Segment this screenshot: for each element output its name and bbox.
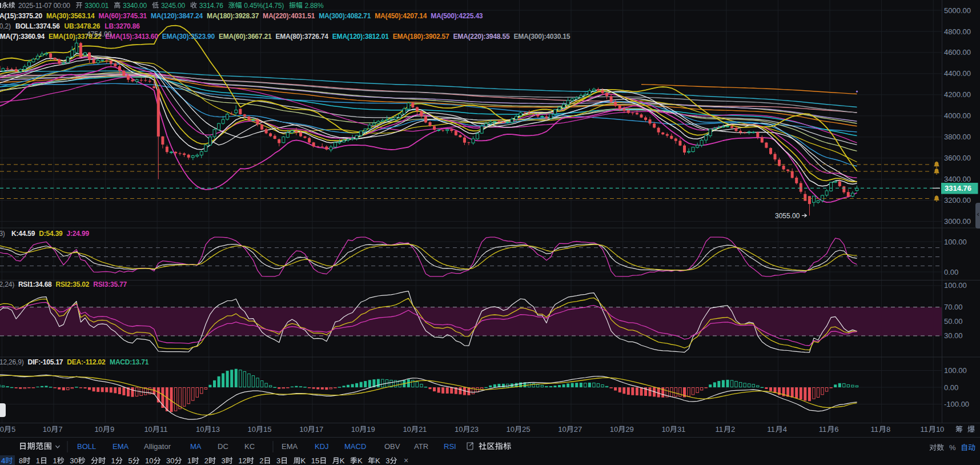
svg-text:K: K bbox=[358, 456, 363, 465]
svg-text:23: 23 bbox=[471, 425, 479, 434]
svg-text:3800.00: 3800.00 bbox=[944, 133, 971, 141]
svg-text:11: 11 bbox=[920, 425, 928, 434]
svg-text:KDJ: KDJ bbox=[315, 442, 329, 451]
svg-text:LB:3270.86: LB:3270.86 bbox=[105, 22, 140, 30]
svg-text:10: 10 bbox=[196, 425, 204, 434]
svg-text:0.45%(14.75): 0.45%(14.75) bbox=[244, 2, 284, 10]
svg-text:10: 10 bbox=[145, 456, 153, 465]
svg-text:25: 25 bbox=[522, 425, 530, 434]
svg-text:MACD:13.71: MACD:13.71 bbox=[110, 358, 149, 366]
svg-text:10: 10 bbox=[43, 425, 51, 434]
svg-text:%: % bbox=[949, 443, 956, 452]
svg-text:DEA:-112.02: DEA:-112.02 bbox=[67, 358, 106, 366]
svg-text:2: 2 bbox=[731, 425, 735, 434]
svg-text:2.88%: 2.88% bbox=[305, 2, 324, 10]
svg-text:15: 15 bbox=[311, 456, 319, 465]
svg-text:K: K bbox=[340, 456, 345, 465]
svg-text:EMA: EMA bbox=[113, 442, 129, 451]
svg-text:13: 13 bbox=[212, 425, 220, 434]
svg-text:EMA(80):3726.74: EMA(80):3726.74 bbox=[275, 33, 328, 41]
svg-text:31: 31 bbox=[677, 425, 685, 434]
svg-text:10: 10 bbox=[936, 425, 944, 434]
svg-text:11: 11 bbox=[160, 425, 168, 434]
svg-text:30: 30 bbox=[70, 456, 78, 465]
svg-text:MA: MA bbox=[190, 442, 202, 451]
svg-text:3: 3 bbox=[222, 456, 226, 465]
svg-text:5: 5 bbox=[11, 425, 15, 434]
svg-text:MACD: MACD bbox=[344, 442, 366, 451]
svg-text:4: 4 bbox=[783, 425, 787, 434]
svg-text:3300.01: 3300.01 bbox=[85, 2, 109, 10]
svg-text:BOLL(20,2): BOLL(20,2) bbox=[0, 22, 11, 30]
svg-text:30: 30 bbox=[166, 456, 174, 465]
svg-text:21: 21 bbox=[419, 425, 427, 434]
svg-text:K: K bbox=[375, 456, 380, 465]
svg-text:MA(500):4225.43: MA(500):4225.43 bbox=[431, 12, 483, 20]
svg-text:10: 10 bbox=[403, 425, 411, 434]
svg-text:×: × bbox=[404, 456, 408, 465]
svg-text:10: 10 bbox=[94, 425, 102, 434]
svg-text:3340.00: 3340.00 bbox=[123, 2, 147, 10]
svg-text:KDJ(9,3,3): KDJ(9,3,3) bbox=[0, 230, 5, 238]
svg-text:10: 10 bbox=[0, 425, 4, 434]
svg-text:4000.00: 4000.00 bbox=[944, 111, 971, 120]
svg-text:4200.00: 4200.00 bbox=[944, 90, 971, 99]
svg-text:27: 27 bbox=[574, 425, 582, 434]
svg-text:RSI(6,12,24): RSI(6,12,24) bbox=[0, 280, 14, 288]
svg-text:ATR: ATR bbox=[414, 442, 428, 451]
svg-text:MA(120):3847.24: MA(120):3847.24 bbox=[151, 12, 203, 20]
svg-text:3: 3 bbox=[276, 456, 280, 465]
svg-text:100.00: 100.00 bbox=[944, 281, 967, 290]
svg-text:3600.00: 3600.00 bbox=[944, 154, 971, 162]
svg-text:RSI1:34.68: RSI1:34.68 bbox=[18, 280, 52, 288]
svg-text:MA(15):3375.20: MA(15):3375.20 bbox=[0, 12, 42, 20]
svg-text:10: 10 bbox=[248, 425, 256, 434]
svg-text:MA(180):3928.37: MA(180):3928.37 bbox=[207, 12, 259, 20]
svg-text:5000.00: 5000.00 bbox=[944, 6, 971, 15]
svg-text:50.00: 50.00 bbox=[944, 317, 963, 326]
svg-text:0.00: 0.00 bbox=[944, 383, 958, 392]
svg-text:MA(450):4207.14: MA(450):4207.14 bbox=[375, 12, 427, 20]
svg-text:1: 1 bbox=[36, 456, 40, 465]
svg-text:K:44.59: K:44.59 bbox=[11, 230, 35, 238]
svg-text:4400.00: 4400.00 bbox=[944, 69, 971, 78]
svg-text:EMA(60):3667.21: EMA(60):3667.21 bbox=[219, 33, 272, 41]
svg-text:2: 2 bbox=[204, 456, 208, 465]
svg-text:K: K bbox=[301, 456, 306, 465]
svg-text:7: 7 bbox=[58, 425, 62, 434]
svg-text:3400.00: 3400.00 bbox=[944, 175, 971, 183]
svg-text:10: 10 bbox=[144, 425, 152, 434]
svg-text:EMA(30):3523.90: EMA(30):3523.90 bbox=[162, 33, 215, 41]
svg-text:MA(60):3745.31: MA(60):3745.31 bbox=[99, 12, 147, 20]
svg-text:-100.00: -100.00 bbox=[944, 400, 969, 408]
svg-text:KC: KC bbox=[244, 442, 255, 451]
svg-text:BOLL:3374.56: BOLL:3374.56 bbox=[15, 22, 60, 30]
svg-text:3: 3 bbox=[385, 456, 389, 465]
svg-text:3314.76: 3314.76 bbox=[199, 2, 224, 10]
svg-text:J:24.99: J:24.99 bbox=[67, 230, 90, 238]
svg-text:11: 11 bbox=[819, 425, 827, 434]
svg-text:10: 10 bbox=[661, 425, 669, 434]
svg-text:EMA(220):3948.55: EMA(220):3948.55 bbox=[453, 33, 510, 41]
svg-text:OBV: OBV bbox=[384, 442, 400, 451]
svg-text:3245.00: 3245.00 bbox=[161, 2, 186, 10]
svg-text:Alligator: Alligator bbox=[144, 442, 171, 451]
svg-text:29: 29 bbox=[625, 425, 633, 434]
svg-text:9: 9 bbox=[110, 425, 114, 434]
svg-text:11: 11 bbox=[870, 425, 878, 434]
svg-text:10: 10 bbox=[455, 425, 463, 434]
svg-text:RSI: RSI bbox=[444, 442, 456, 451]
svg-text:RSI3:35.77: RSI3:35.77 bbox=[93, 280, 127, 288]
svg-text:D:54.39: D:54.39 bbox=[39, 230, 63, 238]
svg-text:10: 10 bbox=[610, 425, 618, 434]
svg-text:10: 10 bbox=[299, 425, 307, 434]
svg-text:UB:3478.26: UB:3478.26 bbox=[65, 22, 101, 30]
svg-text:100.00: 100.00 bbox=[944, 366, 967, 375]
svg-text:MACD(12,26,9): MACD(12,26,9) bbox=[0, 358, 24, 366]
svg-text:5: 5 bbox=[128, 456, 132, 465]
svg-text:EMA(7):3360.94: EMA(7):3360.94 bbox=[0, 33, 45, 41]
svg-text:6: 6 bbox=[834, 425, 838, 434]
svg-text:4600.00: 4600.00 bbox=[944, 48, 971, 57]
svg-text:17: 17 bbox=[315, 425, 323, 434]
svg-text:MA(300):4082.71: MA(300):4082.71 bbox=[319, 12, 371, 20]
